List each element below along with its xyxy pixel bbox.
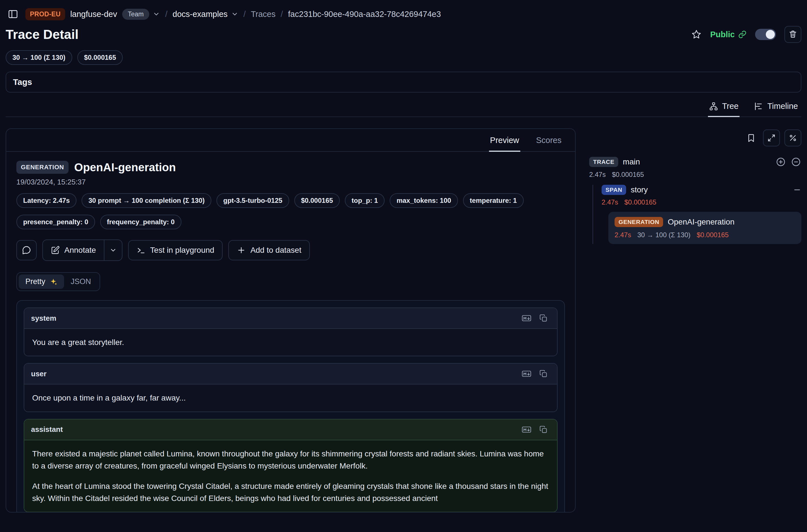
minus-icon xyxy=(793,186,801,194)
tab-timeline[interactable]: Timeline xyxy=(753,101,799,117)
tab-tree[interactable]: Tree xyxy=(708,101,740,117)
markdown-toggle-icon[interactable] xyxy=(520,367,533,380)
messages-container: system You are a great s xyxy=(16,300,565,512)
trace-tree-panel: TRACE main 2.47s $0.000165 S xyxy=(589,128,801,244)
generation-metrics: 2.47s 30 → 100 (Σ 130) $0.000165 xyxy=(615,231,795,239)
breadcrumb-trace-id: fac231bc-90ee-490a-aa32-78c4269474e3 xyxy=(288,10,441,19)
message-user: user Once upon a time in xyxy=(24,363,558,412)
copy-icon[interactable] xyxy=(537,367,550,380)
bookmark-button[interactable] xyxy=(744,130,758,146)
metrics-toggle-button[interactable] xyxy=(784,130,801,146)
collapse-node-button[interactable] xyxy=(793,186,801,194)
markdown-toggle-icon[interactable] xyxy=(520,312,533,324)
sidebar-toggle-button[interactable] xyxy=(6,6,20,23)
breadcrumb: PROD-EU langfuse-dev Team / docs-example… xyxy=(6,6,801,23)
toggle-knob xyxy=(766,30,775,39)
span-badge: SPAN xyxy=(602,185,626,195)
copy-icon xyxy=(539,425,548,434)
expand-all-button[interactable] xyxy=(775,156,786,167)
public-status[interactable]: Public xyxy=(710,30,747,39)
trace-detail-page: PROD-EU langfuse-dev Team / docs-example… xyxy=(0,0,807,532)
message-role: system xyxy=(31,314,56,323)
comment-button[interactable] xyxy=(16,240,37,260)
message-header: user xyxy=(24,364,557,384)
copy-icon[interactable] xyxy=(537,312,550,324)
message-text: Once upon a time in a galaxy far, far aw… xyxy=(32,392,549,404)
tree-node-trace[interactable]: TRACE main xyxy=(589,156,801,167)
tab-timeline-label: Timeline xyxy=(767,101,798,111)
public-label: Public xyxy=(710,30,735,39)
annotate-split-button: Annotate xyxy=(42,240,123,261)
generation-tokens: 30 → 100 (Σ 130) xyxy=(637,231,691,239)
minus-circle-icon xyxy=(791,156,801,167)
tree-node-generation[interactable]: GENERATION OpenAI-generation 2.47s 30 → … xyxy=(608,212,801,244)
tree-node-span[interactable]: SPAN story xyxy=(602,185,801,195)
breadcrumb-project[interactable]: docs-examples xyxy=(173,10,228,19)
preview-body: GENERATION OpenAI-generation 19/03/2024,… xyxy=(6,152,575,512)
format-toggle: Pretty JSON xyxy=(16,272,100,291)
breadcrumb-separator: / xyxy=(280,9,283,19)
latency-pill: Latency: 2.47s xyxy=(16,193,76,208)
message-header: system xyxy=(24,308,557,328)
json-label: JSON xyxy=(71,277,91,286)
observation-pills-row-2: presence_penalty: 0 frequency_penalty: 0 xyxy=(16,215,565,229)
observation-title: OpenAI-generation xyxy=(74,161,176,174)
generation-latency: 2.47s xyxy=(615,231,631,239)
test-in-playground-button[interactable]: Test in playground xyxy=(128,240,223,260)
breadcrumb-traces[interactable]: Traces xyxy=(251,10,276,19)
title-actions: Public xyxy=(691,26,801,43)
message-content: There existed a majestic planet called L… xyxy=(24,440,557,512)
markdown-icon xyxy=(521,368,532,379)
playground-label: Test in playground xyxy=(150,246,214,255)
copy-icon xyxy=(539,314,548,323)
message-header-icons xyxy=(520,367,550,380)
expand-collapse-button[interactable] xyxy=(763,130,780,146)
copy-icon[interactable] xyxy=(537,423,550,436)
pretty-label: Pretty xyxy=(25,277,45,286)
span-name: story xyxy=(631,185,648,194)
tab-scores[interactable]: Scores xyxy=(535,129,563,152)
annotate-dropdown-chevron[interactable] xyxy=(104,240,122,260)
message-assistant: assistant There existed xyxy=(24,419,558,512)
org-switcher-chevron[interactable] xyxy=(153,11,160,18)
project-switcher-chevron[interactable] xyxy=(231,11,239,18)
markdown-toggle-icon[interactable] xyxy=(520,423,533,436)
span-cost: $0.000165 xyxy=(624,198,656,206)
max-tokens-pill: max_tokens: 100 xyxy=(390,193,458,208)
observation-preview-card: Preview Scores GENERATION OpenAI-generat… xyxy=(6,128,576,513)
sparkles-icon xyxy=(50,278,57,286)
format-json-toggle[interactable]: JSON xyxy=(64,274,98,289)
message-content: You are a great storyteller. xyxy=(24,328,557,356)
span-latency: 2.47s xyxy=(602,198,618,206)
observation-timestamp: 19/03/2024, 15:25:37 xyxy=(16,178,565,187)
message-system: system You are a great s xyxy=(24,307,558,356)
span-metrics: 2.47s $0.000165 xyxy=(602,198,801,206)
star-button[interactable] xyxy=(691,29,702,40)
format-pretty-toggle[interactable]: Pretty xyxy=(19,274,64,289)
breadcrumb-separator: / xyxy=(165,9,167,19)
add-to-dataset-button[interactable]: Add to dataset xyxy=(228,240,310,260)
model-pill[interactable]: gpt-3.5-turbo-0125 xyxy=(217,193,289,208)
token-pill: 30 prompt → 100 completion (Σ 130) xyxy=(81,193,211,208)
environment-badge: PROD-EU xyxy=(25,8,65,20)
comment-icon xyxy=(22,245,31,255)
generation-badge: GENERATION xyxy=(615,217,663,227)
trace-latency: 2.47s xyxy=(589,171,606,178)
collapse-all-button[interactable] xyxy=(791,156,801,167)
breadcrumb-org[interactable]: langfuse-dev xyxy=(70,10,117,19)
trace-cost: $0.000165 xyxy=(612,171,644,178)
annotate-button[interactable]: Annotate xyxy=(43,240,104,260)
tags-section[interactable]: Tags xyxy=(6,72,801,93)
tree-children: SPAN story 2.47s $0.000165 GENERATION xyxy=(593,185,801,244)
generation-cost: $0.000165 xyxy=(697,231,729,239)
tab-preview[interactable]: Preview xyxy=(489,129,520,152)
copy-icon xyxy=(539,369,548,378)
message-text: There existed a majestic planet called L… xyxy=(32,448,549,472)
timeline-icon xyxy=(754,102,763,111)
plus-circle-icon xyxy=(775,156,786,167)
pen-square-icon xyxy=(51,246,60,255)
observation-title-row: GENERATION OpenAI-generation xyxy=(16,161,565,174)
public-toggle[interactable] xyxy=(755,29,776,40)
delete-trace-button[interactable] xyxy=(784,26,801,43)
token-usage-pill: 30 → 100 (Σ 130) xyxy=(6,50,72,65)
